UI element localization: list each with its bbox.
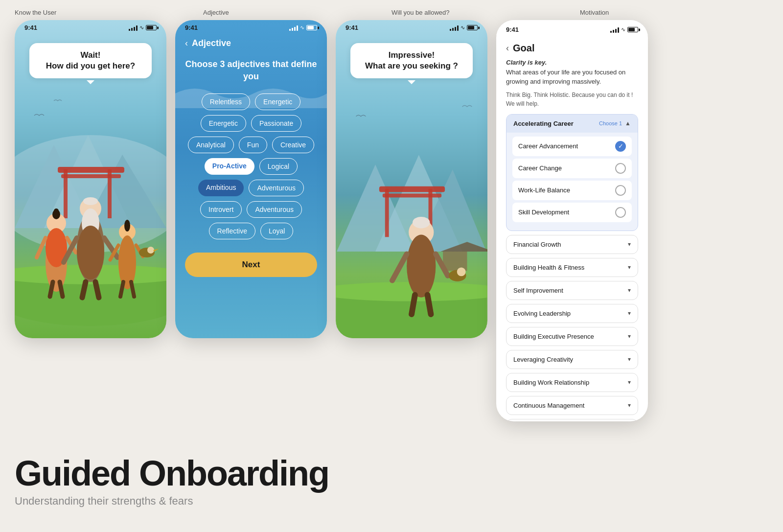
phone1-background: 9:41 ∿ Wait!How did you get here?	[15, 20, 166, 338]
chevron-up-icon: ▲	[625, 120, 631, 127]
tag-reflective[interactable]: Reflective	[209, 223, 255, 239]
accordion-career[interactable]: Accelerating Career Choose 1 ▲ Career Ad…	[506, 114, 638, 231]
svg-line-56	[428, 295, 431, 314]
accordion-financial-header[interactable]: Financial Growth ▾	[507, 235, 638, 254]
svg-line-26	[82, 282, 86, 298]
back-arrow-icon[interactable]: ‹	[185, 38, 188, 48]
accordion-work-rel[interactable]: Building Work Relationship ▾	[506, 373, 638, 392]
accordion-creativity[interactable]: Leveraging Creativity ▾	[506, 350, 638, 369]
tag-proactive[interactable]: Pro-Active	[205, 158, 254, 175]
svg-point-23	[77, 226, 104, 279]
phone2-header: ‹ Adjective	[175, 33, 327, 53]
tag-adventurous1[interactable]: Adventurous	[249, 180, 304, 196]
signal-icon2	[289, 25, 298, 31]
check-career-change[interactable]	[615, 163, 626, 174]
label-know-user: Know the User	[15, 9, 203, 16]
motivation-content: ‹ Goal Clarity is key. What areas of you…	[496, 35, 648, 421]
wifi-icon: ∿	[139, 24, 144, 31]
battery-icon	[146, 25, 157, 30]
option-career-change[interactable]: Career Change	[512, 159, 632, 178]
chevron-self: ▾	[628, 287, 631, 294]
tag-adventurous2[interactable]: Adventurous	[247, 201, 302, 218]
svg-line-27	[95, 282, 99, 298]
phone2-background: 9:41 ∿ ‹ Adjective	[175, 20, 327, 338]
svg-line-18	[50, 282, 53, 297]
motivation-header: ‹ Goal	[506, 43, 638, 54]
tag-analytical[interactable]: Analytical	[188, 137, 234, 153]
tags-container: Relentless Energetic Energetic Passionat…	[175, 88, 327, 245]
accordion-biz-growth[interactable]: Accelerating Business Growth ▾	[506, 419, 638, 422]
phone1-status-bar: 9:41 ∿	[15, 20, 166, 33]
motivation-back-icon[interactable]: ‹	[506, 43, 509, 53]
accordion-management-header[interactable]: Continuous Management ▾	[507, 396, 638, 415]
tag-fun[interactable]: Fun	[239, 137, 267, 153]
signal-icon	[129, 25, 138, 31]
accordion-options: Career Advancement ✓ Career Change Work-…	[507, 133, 638, 231]
label-adjective: Adjective	[203, 9, 392, 16]
option-career-advancement[interactable]: Career Advancement ✓	[512, 137, 632, 156]
phone3-speech-bubble: Impressive!What are you seeking ?	[350, 43, 473, 78]
signal-icon4	[610, 27, 619, 33]
tag-introvert[interactable]: Introvert	[200, 201, 242, 218]
phone4-status-icons: ∿	[610, 26, 638, 33]
svg-point-28	[83, 197, 98, 205]
option-work-life[interactable]: Work-Life Balance	[512, 181, 632, 200]
svg-point-59	[457, 267, 466, 276]
accordion-career-header[interactable]: Accelerating Career Choose 1 ▲	[507, 115, 638, 133]
tag-ambitious[interactable]: Ambitious	[198, 180, 244, 196]
accordion-health-header[interactable]: Building Health & Fitness ▾	[507, 258, 638, 277]
check-work-life[interactable]	[615, 185, 626, 196]
phone4-status-bar: 9:41 ∿	[496, 20, 648, 35]
accordion-leadership-header[interactable]: Evolving Leadership ▾	[507, 304, 638, 323]
svg-point-37	[147, 247, 154, 254]
phone2-next-button[interactable]: Next	[185, 253, 317, 277]
accordion-executive[interactable]: Building Executive Presence ▾	[506, 327, 638, 346]
chevron-financial: ▾	[628, 241, 631, 248]
check-career-advancement[interactable]: ✓	[615, 141, 626, 152]
svg-rect-48	[443, 251, 467, 270]
chevron-management: ▾	[628, 402, 631, 409]
accordion-work-rel-header[interactable]: Building Work Relationship ▾	[507, 373, 638, 392]
phone2-status-bar: 9:41 ∿	[175, 20, 327, 33]
svg-line-19	[60, 282, 63, 297]
phone2-status-icons: ∿	[289, 24, 317, 31]
check-skill-dev[interactable]	[615, 207, 626, 218]
accordion-health[interactable]: Building Health & Fitness ▾	[506, 258, 638, 277]
signal-icon3	[450, 25, 459, 31]
svg-point-31	[124, 220, 130, 231]
tag-energetic2[interactable]: Energetic	[201, 115, 246, 132]
wifi-icon3: ∿	[461, 24, 465, 31]
svg-line-55	[412, 295, 415, 314]
svg-line-53	[392, 254, 407, 280]
accordion-creativity-header[interactable]: Leveraging Creativity ▾	[507, 350, 638, 369]
accordion-career-right: Choose 1 ▲	[599, 120, 631, 127]
option-skill-dev[interactable]: Skill Development	[512, 203, 632, 222]
accordion-self[interactable]: Self Improvement ▾	[506, 281, 638, 300]
label-motivation: Motivation	[580, 9, 768, 16]
accordion-executive-header[interactable]: Building Executive Presence ▾	[507, 327, 638, 346]
phone3-frame: 9:41 ∿ Impressive!What are you se	[336, 20, 487, 338]
accordion-management[interactable]: Continuous Management ▾	[506, 396, 638, 415]
accordion-career-label: Accelerating Career	[513, 120, 574, 127]
phone1-frame: 9:41 ∿ Wait!How did you get here?	[15, 20, 166, 338]
accordion-leadership[interactable]: Evolving Leadership ▾	[506, 304, 638, 323]
wifi-icon2: ∿	[300, 24, 304, 31]
section-labels: Know the User Adjective Will you be allo…	[0, 0, 783, 20]
tag-logical[interactable]: Logical	[259, 158, 298, 175]
chevron-creativity: ▾	[628, 356, 631, 363]
motivation-title: Goal	[513, 43, 534, 54]
svg-point-57	[413, 216, 430, 228]
svg-marker-38	[153, 249, 159, 252]
tag-loyal[interactable]: Loyal	[260, 223, 293, 239]
svg-rect-6	[58, 167, 124, 173]
tag-passionate[interactable]: Passionate	[251, 115, 301, 132]
choose-badge: Choose 1	[599, 120, 622, 126]
accordion-self-header[interactable]: Self Improvement ▾	[507, 281, 638, 300]
tag-creative[interactable]: Creative	[272, 137, 314, 153]
accordion-biz-growth-header[interactable]: Accelerating Business Growth ▾	[507, 419, 638, 422]
accordion-financial[interactable]: Financial Growth ▾	[506, 235, 638, 254]
main-heading: Guided Onboarding	[15, 456, 768, 491]
phone1-status-icons: ∿	[129, 24, 157, 31]
battery-icon3	[467, 25, 478, 30]
phone2-frame: 9:41 ∿ ‹ Adjective	[175, 20, 327, 338]
